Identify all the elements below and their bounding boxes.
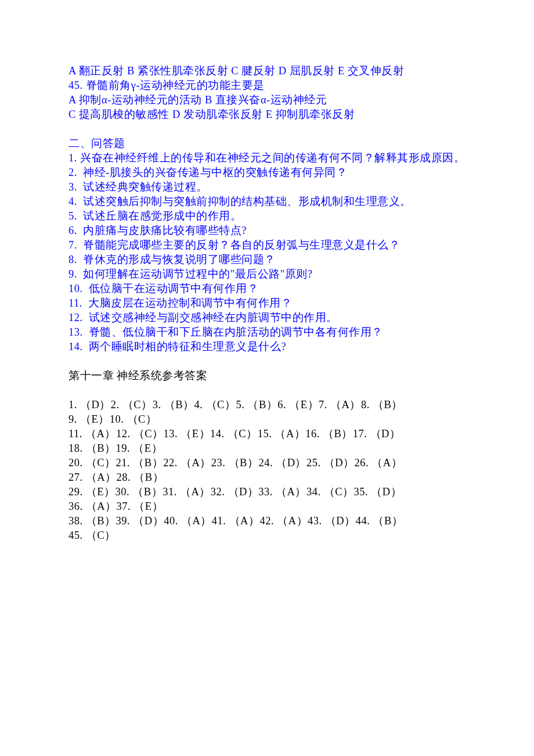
- answers-row-6: 27. （A）28. （B）: [68, 470, 466, 485]
- essay-q4: 4. 试述突触后抑制与突触前抑制的结构基础、形成机制和生理意义。: [68, 195, 466, 209]
- essay-q14: 14. 两个睡眠时相的特征和生理意义是什么?: [68, 340, 466, 354]
- spacer: [68, 354, 466, 369]
- answers-row-5: 20. （C）21. （B）22. （A）23. （B）24. （D）25. （…: [68, 456, 466, 470]
- essay-q8: 8. 脊休克的形成与恢复说明了哪些问题？: [68, 253, 466, 267]
- spacer: [68, 383, 466, 398]
- essay-q13: 13. 脊髓、低位脑干和下丘脑在内脏活动的调节中各有何作用？: [68, 325, 466, 340]
- answers-row-4: 18. （B）19. （E）: [68, 441, 466, 456]
- answers-row-3: 11. （A）12. （C）13. （E）14. （C）15. （A）16. （…: [68, 427, 466, 441]
- essay-q6: 6. 内脏痛与皮肤痛比较有哪些特点?: [68, 224, 466, 238]
- answers-row-1: 1. （D）2. （C）3. （B）4. （C）5. （B）6. （E）7. （…: [68, 398, 466, 412]
- answers-row-8: 36. （A）37. （E）: [68, 499, 466, 514]
- q45-stem: 45. 脊髓前角γ-运动神经元的功能主要是: [68, 78, 466, 93]
- q45-options-line1: A 抑制α-运动神经元的活动 B 直接兴奋α-运动神经元: [68, 93, 466, 107]
- page-content: A 翻正反射 B 紧张性肌牵张反射 C 腱反射 D 屈肌反射 E 交叉伸反射 4…: [0, 0, 534, 601]
- answers-row-10: 45. （C）: [68, 528, 466, 543]
- essay-q10: 10. 低位脑干在运动调节中有何作用？: [68, 282, 466, 296]
- section-essay-header: 二、问答题: [68, 136, 466, 151]
- q45-options-line2: C 提高肌梭的敏感性 D 发动肌牵张反射 E 抑制肌牵张反射: [68, 107, 466, 122]
- essay-q1: 1. 兴奋在神经纤维上的传导和在神经元之间的传递有何不同？解释其形成原因。: [68, 151, 466, 165]
- essay-q3: 3. 试述经典突触传递过程。: [68, 180, 466, 195]
- essay-q2: 2. 神经-肌接头的兴奋传递与中枢的突触传递有何异同？: [68, 165, 466, 180]
- essay-q12: 12. 试述交感神经与副交感神经在内脏调节中的作用。: [68, 311, 466, 325]
- spacer: [68, 122, 466, 136]
- answers-header: 第十一章 神经系统参考答案: [68, 369, 466, 383]
- essay-q5: 5. 试述丘脑在感觉形成中的作用。: [68, 209, 466, 224]
- answers-row-9: 38. （B）39. （D）40. （A）41. （A）42. （A）43. （…: [68, 514, 466, 528]
- answers-row-7: 29. （E）30. （B）31. （A）32. （D）33. （A）34. （…: [68, 485, 466, 499]
- q44-options: A 翻正反射 B 紧张性肌牵张反射 C 腱反射 D 屈肌反射 E 交叉伸反射: [68, 64, 466, 78]
- answers-row-2: 9. （E）10. （C）: [68, 412, 466, 427]
- essay-q11: 11. 大脑皮层在运动控制和调节中有何作用？: [68, 296, 466, 311]
- essay-q9: 9. 如何理解在运动调节过程中的"最后公路"原则?: [68, 267, 466, 282]
- essay-q7: 7. 脊髓能完成哪些主要的反射？各自的反射弧与生理意义是什么？: [68, 238, 466, 253]
